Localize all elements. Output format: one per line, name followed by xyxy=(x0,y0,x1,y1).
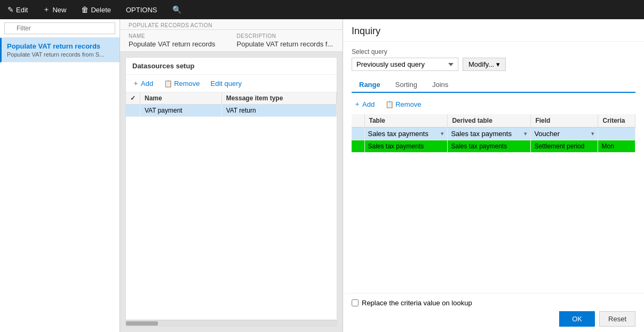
cell-dropdown: Voucher ▾ xyxy=(534,130,594,138)
range-col-table: Table xyxy=(364,114,448,128)
range-col-derived: Derived table xyxy=(448,114,531,128)
datasources-section: Datasources setup ＋ Add 📋 Remove Edit qu… xyxy=(125,57,337,327)
ds-remove-icon: 📋 xyxy=(164,80,172,88)
derived-dropdown-icon[interactable]: ▾ xyxy=(524,130,527,137)
action-name-group: Name Populate VAT return records xyxy=(129,33,216,48)
range-row2-derived: Sales tax payments xyxy=(448,140,531,153)
ds-add-button[interactable]: ＋ Add xyxy=(130,77,155,89)
range-add-icon: ＋ xyxy=(354,99,361,109)
inquiry-panel: Inquiry Select query Previously used que… xyxy=(343,19,644,332)
ds-table-container: ✓ Name Message item type VAT payment VAT… xyxy=(126,92,337,320)
range-row2-check xyxy=(352,140,364,153)
ds-edit-query-button[interactable]: Edit query xyxy=(209,77,244,89)
select-query-label: Select query xyxy=(352,48,635,56)
tab-sorting[interactable]: Sorting xyxy=(388,77,425,92)
range-toolbar: ＋ Add 📋 Remove xyxy=(352,98,635,110)
table-row[interactable]: VAT payment VAT return xyxy=(126,105,337,117)
table-row[interactable]: Sales tax payments Sales tax payments Se… xyxy=(352,140,635,153)
toolbar: ✎ Edit ＋ New 🗑 Delete OPTIONS 🔍 xyxy=(0,0,644,19)
delete-icon: 🗑 xyxy=(81,5,89,14)
range-row1-derived: Sales tax payments ▾ xyxy=(448,128,531,140)
range-row1-table: Sales tax payments ▾ xyxy=(364,128,448,140)
inquiry-body: Select query Previously used query Modif… xyxy=(343,42,644,293)
ds-col-name: Name xyxy=(140,92,222,105)
table-row[interactable]: Sales tax payments ▾ Sales tax payments … xyxy=(352,128,635,140)
scrollbar-area[interactable] xyxy=(126,320,337,326)
main-area: 🔍 Populate VAT return records Populate V… xyxy=(0,19,644,332)
ds-table: ✓ Name Message item type VAT payment VAT… xyxy=(126,92,337,117)
search-icon: 🔍 xyxy=(172,5,181,14)
tab-range[interactable]: Range xyxy=(352,77,388,93)
datasources-title: Datasources setup xyxy=(126,58,337,75)
range-row1-check xyxy=(352,128,364,140)
ds-add-icon: ＋ xyxy=(132,78,139,88)
filter-bar: 🔍 xyxy=(0,19,120,38)
query-dropdown[interactable]: Previously used query xyxy=(352,58,458,71)
modify-chevron-icon: ▾ xyxy=(496,60,500,68)
range-row2-criteria: Mon xyxy=(598,140,635,153)
modify-button[interactable]: Modify... ▾ xyxy=(463,58,506,71)
replace-criteria-label: Replace the criteria value on lookup xyxy=(362,299,472,307)
row-type: VAT return xyxy=(221,105,336,117)
search-button[interactable]: 🔍 xyxy=(169,4,185,15)
list-item-subtitle: Populate VAT return records from S... xyxy=(7,51,114,58)
action-header: Name Populate VAT return records Descrip… xyxy=(120,30,343,52)
ds-table-header-row: ✓ Name Message item type xyxy=(126,92,337,105)
row-check xyxy=(126,105,140,117)
delete-button[interactable]: 🗑 Delete xyxy=(78,4,114,15)
replace-criteria-checkbox[interactable] xyxy=(352,299,359,306)
inquiry-footer: Replace the criteria value on lookup OK … xyxy=(343,293,644,332)
range-row1-field: Voucher ▾ xyxy=(531,128,598,140)
ds-col-type: Message item type xyxy=(221,92,336,105)
list-item[interactable]: Populate VAT return records Populate VAT… xyxy=(0,38,120,62)
edit-icon: ✎ xyxy=(7,5,14,14)
scrollbar-thumb xyxy=(126,321,158,326)
range-table-header-row: Table Derived table Field Criteria xyxy=(352,114,635,128)
action-description-group: Description Populate VAT return records … xyxy=(237,33,333,48)
ok-button[interactable]: OK xyxy=(559,311,595,327)
table-dropdown-icon[interactable]: ▾ xyxy=(441,130,444,137)
options-button[interactable]: OPTIONS xyxy=(123,5,161,15)
range-table-container: Table Derived table Field Criteria Sales… xyxy=(352,114,635,287)
ds-col-check: ✓ xyxy=(126,92,140,105)
range-remove-icon: 📋 xyxy=(385,100,394,108)
range-row2-table: Sales tax payments xyxy=(364,140,448,153)
datasources-toolbar: ＋ Add 📋 Remove Edit query xyxy=(126,75,337,92)
ds-remove-button[interactable]: 📋 Remove xyxy=(162,77,202,89)
range-col-criteria: Criteria xyxy=(598,114,635,128)
add-icon: ＋ xyxy=(43,5,50,14)
filter-input[interactable] xyxy=(4,22,115,34)
range-col-check xyxy=(352,114,364,128)
filter-wrap: 🔍 xyxy=(4,22,115,34)
replace-criteria-row: Replace the criteria value on lookup xyxy=(352,299,635,307)
new-button[interactable]: ＋ New xyxy=(39,4,69,15)
cell-dropdown: Sales tax payments ▾ xyxy=(451,130,527,138)
cell-dropdown: Sales tax payments ▾ xyxy=(368,130,444,138)
list-item-title: Populate VAT return records xyxy=(7,42,114,50)
range-row1-criteria[interactable] xyxy=(598,128,635,140)
footer-buttons: OK Reset xyxy=(352,311,635,327)
field-dropdown-icon[interactable]: ▾ xyxy=(591,130,594,137)
range-remove-button[interactable]: 📋 Remove xyxy=(383,98,423,110)
select-query-row: Previously used query Modify... ▾ xyxy=(352,58,635,71)
tab-joins[interactable]: Joins xyxy=(425,77,456,92)
edit-button[interactable]: ✎ Edit xyxy=(4,4,31,15)
left-panel: 🔍 Populate VAT return records Populate V… xyxy=(0,19,120,332)
row-name: VAT payment xyxy=(140,105,222,117)
inquiry-tabs: Range Sorting Joins xyxy=(352,77,635,93)
range-col-field: Field xyxy=(531,114,598,128)
range-table: Table Derived table Field Criteria Sales… xyxy=(352,114,635,153)
reset-button[interactable]: Reset xyxy=(599,311,635,327)
range-add-button[interactable]: ＋ Add xyxy=(352,98,377,110)
center-panel: POPULATE RECORDS ACTION Name Populate VA… xyxy=(120,19,343,332)
inquiry-title: Inquiry xyxy=(343,19,644,42)
populate-records-label: POPULATE RECORDS ACTION xyxy=(120,19,343,30)
range-row2-field: Settlement period xyxy=(531,140,598,153)
